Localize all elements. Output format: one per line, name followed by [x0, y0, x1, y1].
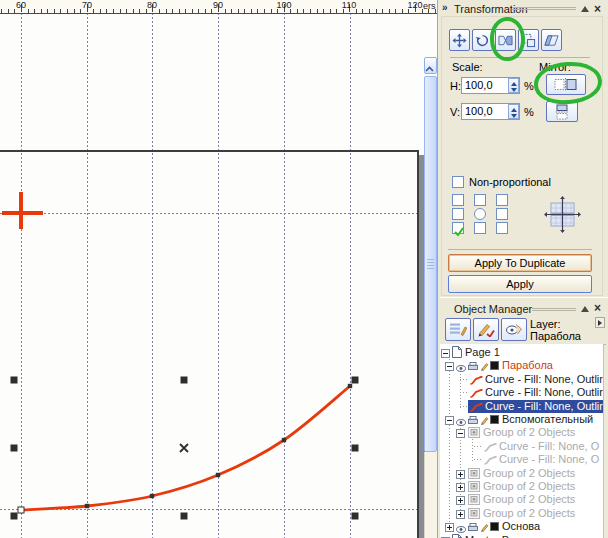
drawing-canvas[interactable]: 60708090100110120ers	[0, 0, 437, 538]
tree-label[interactable]: Основа	[502, 520, 540, 533]
selection-handle[interactable]	[11, 377, 18, 384]
tree-label[interactable]: Page 1	[465, 346, 500, 359]
apply-button[interactable]: Apply	[448, 275, 592, 293]
curve-node[interactable]	[216, 473, 220, 477]
docker-flyout-chevrons-icon[interactable]: »	[442, 2, 448, 13]
spinner-up-icon[interactable]	[511, 82, 517, 86]
tree-row[interactable]: Curve - Fill: None, Outlir	[440, 400, 604, 413]
printer-icon[interactable]	[468, 415, 478, 426]
edit-pencil-icon[interactable]	[480, 522, 489, 533]
edit-pencil-icon[interactable]	[480, 415, 489, 426]
selection-handle[interactable]	[352, 445, 359, 452]
tree-toggle-icon[interactable]	[445, 415, 454, 424]
visibility-eye-icon[interactable]	[456, 416, 466, 426]
tree-row[interactable]: Curve - Fill: None, Outlir	[440, 373, 604, 386]
parabola-curve[interactable]	[21, 386, 350, 510]
anchor-checkbox[interactable]	[496, 222, 508, 234]
anchor-checkbox[interactable]	[496, 208, 508, 220]
horizontal-ruler[interactable]: 60708090100110120ers	[0, 0, 437, 14]
close-icon[interactable]: ×	[594, 3, 601, 15]
spinner-down-icon[interactable]	[511, 114, 517, 118]
tree-label[interactable]: Group of 2 Objects	[483, 480, 575, 493]
selection-handle[interactable]	[181, 513, 188, 520]
selection-handle[interactable]	[352, 377, 359, 384]
tree-row[interactable]: Вспомогательный	[440, 413, 604, 426]
anchor-center-radio[interactable]	[474, 208, 486, 220]
curve-node[interactable]	[18, 507, 24, 513]
tree-toggle-icon[interactable]	[456, 482, 465, 491]
tree-label[interactable]: Curve - Fill: None, Outlir	[485, 400, 603, 413]
tree-toggle-icon[interactable]	[441, 348, 450, 357]
scrollbar-thumb[interactable]	[424, 76, 437, 452]
rollup-arrow-icon[interactable]	[581, 6, 589, 12]
anchor-checkbox[interactable]	[452, 208, 464, 220]
tree-label[interactable]: Curve - Fill: None, O	[499, 453, 599, 466]
anchor-checkbox[interactable]	[474, 194, 486, 206]
scrollbar-track[interactable]	[424, 452, 437, 538]
tree-label[interactable]: Curve - Fill: None, Outlir	[485, 386, 603, 399]
anchor-checkbox[interactable]	[452, 194, 464, 206]
apply-to-duplicate-button[interactable]: Apply To Duplicate	[448, 254, 592, 272]
anchor-checkbox[interactable]	[496, 194, 508, 206]
printer-icon[interactable]	[468, 361, 478, 372]
scrollbar-up-button[interactable]	[424, 57, 437, 74]
tree-row[interactable]: Curve - Fill: None, Outlir	[440, 386, 604, 399]
ruler-tick	[362, 9, 363, 13]
tree-row[interactable]: Group of 2 Objects	[440, 507, 604, 520]
tree-toggle-icon[interactable]	[445, 522, 454, 531]
scale-v-spinner[interactable]	[508, 104, 519, 119]
selection-handle[interactable]	[11, 513, 18, 520]
tree-label[interactable]: Curve - Fill: None, O	[499, 440, 599, 453]
scale-h-spinner[interactable]	[508, 78, 519, 93]
tree-row[interactable]: Curve - Fill: None, O	[440, 453, 604, 466]
tree-label[interactable]: Group of 2 Objects	[483, 507, 575, 520]
tree-row[interactable]: Page 1	[440, 346, 604, 359]
tree-label[interactable]: Group of 2 Objects	[483, 426, 575, 439]
selection-handle[interactable]	[11, 445, 18, 452]
curve-node[interactable]	[348, 384, 352, 388]
printer-icon[interactable]	[468, 522, 478, 533]
tree-row[interactable]: Master Page	[440, 534, 604, 538]
curve-node[interactable]	[282, 438, 286, 442]
selection-handle[interactable]	[181, 377, 188, 384]
close-icon[interactable]: ×	[594, 302, 601, 314]
selection-handle[interactable]	[352, 513, 359, 520]
tree-label[interactable]: Master Page	[465, 534, 527, 538]
tree-label[interactable]: Вспомогательный	[502, 413, 593, 426]
layer-manager-view-button[interactable]	[501, 318, 527, 341]
object-properties-button[interactable]	[445, 318, 471, 341]
anchor-checkbox[interactable]	[452, 222, 464, 234]
skew-button[interactable]	[541, 29, 562, 51]
edit-across-layers-button[interactable]	[473, 318, 499, 341]
tree-label[interactable]: Group of 2 Objects	[483, 493, 575, 506]
anchor-checkbox[interactable]	[474, 222, 486, 234]
tree-row[interactable]: Парабола	[440, 359, 604, 372]
object-manager-tree[interactable]: Page 1ПараболаCurve - Fill: None, Outlir…	[440, 344, 604, 538]
tree-toggle-icon[interactable]	[456, 495, 465, 504]
curve-node[interactable]	[85, 504, 89, 508]
tree-row[interactable]: Group of 2 Objects	[440, 467, 604, 480]
non-proportional-checkbox[interactable]	[452, 176, 464, 188]
tree-label[interactable]: Group of 2 Objects	[483, 467, 575, 480]
tree-label[interactable]: Curve - Fill: None, Outlir	[485, 373, 603, 386]
tree-row[interactable]: Group of 2 Objects	[440, 426, 604, 439]
tree-toggle-icon[interactable]	[456, 469, 465, 478]
curve-node[interactable]	[150, 494, 154, 498]
visibility-eye-icon[interactable]	[456, 362, 466, 372]
tree-row[interactable]: Curve - Fill: None, O	[440, 440, 604, 453]
tree-row[interactable]: Основа	[440, 520, 604, 533]
spinner-down-icon[interactable]	[511, 88, 517, 92]
rollup-arrow-icon[interactable]	[581, 306, 589, 312]
docker-options-button[interactable]	[595, 317, 605, 328]
tree-label[interactable]: Парабола	[502, 359, 553, 372]
tree-row[interactable]: Group of 2 Objects	[440, 480, 604, 493]
position-button[interactable]	[449, 29, 470, 51]
tree-toggle-icon[interactable]	[456, 428, 465, 437]
tree-row[interactable]: Group of 2 Objects	[440, 493, 604, 506]
tree-toggle-icon[interactable]	[456, 509, 465, 518]
selection-center-mark[interactable]	[180, 444, 188, 452]
tree-toggle-icon[interactable]	[445, 361, 454, 370]
visibility-eye-icon[interactable]	[456, 523, 466, 533]
spinner-up-icon[interactable]	[511, 108, 517, 112]
edit-pencil-icon[interactable]	[480, 361, 489, 372]
